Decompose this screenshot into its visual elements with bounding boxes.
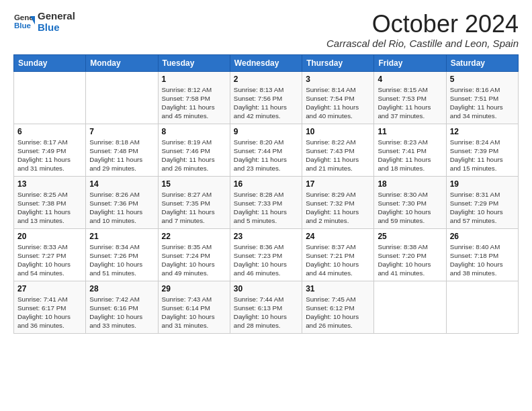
day-number: 20: [17, 232, 82, 241]
day-number: 24: [306, 232, 370, 241]
calendar-cell: 30Sunrise: 7:44 AM Sunset: 6:13 PM Dayli…: [230, 281, 302, 333]
calendar-cell: 4Sunrise: 8:15 AM Sunset: 7:53 PM Daylig…: [374, 71, 446, 124]
day-number: 26: [450, 232, 515, 241]
day-info: Sunrise: 8:14 AM Sunset: 7:54 PM Dayligh…: [306, 85, 370, 121]
day-info: Sunrise: 7:41 AM Sunset: 6:17 PM Dayligh…: [17, 295, 82, 330]
day-number: 13: [17, 179, 82, 189]
day-info: Sunrise: 8:30 AM Sunset: 7:30 PM Dayligh…: [378, 190, 442, 226]
day-number: 15: [162, 179, 226, 189]
col-header-tuesday: Tuesday: [158, 54, 230, 71]
day-number: 16: [234, 179, 298, 189]
day-info: Sunrise: 8:19 AM Sunset: 7:46 PM Dayligh…: [162, 138, 226, 173]
calendar-cell: 14Sunrise: 8:26 AM Sunset: 7:36 PM Dayli…: [86, 176, 158, 228]
day-info: Sunrise: 8:24 AM Sunset: 7:39 PM Dayligh…: [450, 138, 515, 173]
calendar-cell: 6Sunrise: 8:17 AM Sunset: 7:49 PM Daylig…: [14, 124, 86, 176]
day-number: 12: [450, 127, 515, 136]
day-number: 23: [234, 232, 298, 241]
calendar-cell: 3Sunrise: 8:14 AM Sunset: 7:54 PM Daylig…: [302, 71, 374, 124]
day-number: 25: [378, 232, 442, 241]
calendar-cell: 25Sunrise: 8:38 AM Sunset: 7:20 PM Dayli…: [374, 228, 446, 281]
day-number: 11: [378, 127, 442, 136]
day-info: Sunrise: 8:18 AM Sunset: 7:48 PM Dayligh…: [89, 138, 154, 173]
day-number: 5: [450, 75, 515, 84]
logo: General Blue General Blue: [13, 11, 75, 33]
day-info: Sunrise: 8:31 AM Sunset: 7:29 PM Dayligh…: [450, 190, 515, 226]
col-header-sunday: Sunday: [14, 54, 86, 71]
calendar-cell: 5Sunrise: 8:16 AM Sunset: 7:51 PM Daylig…: [446, 71, 518, 124]
day-info: Sunrise: 8:17 AM Sunset: 7:49 PM Dayligh…: [17, 138, 82, 173]
day-info: Sunrise: 8:33 AM Sunset: 7:27 PM Dayligh…: [17, 242, 82, 278]
logo-blue: Blue: [38, 22, 75, 34]
day-info: Sunrise: 8:35 AM Sunset: 7:24 PM Dayligh…: [162, 242, 226, 278]
day-number: 17: [306, 179, 370, 189]
calendar-week-4: 20Sunrise: 8:33 AM Sunset: 7:27 PM Dayli…: [14, 228, 519, 281]
day-number: 19: [450, 179, 515, 189]
day-info: Sunrise: 8:29 AM Sunset: 7:32 PM Dayligh…: [306, 190, 370, 226]
day-number: 8: [162, 127, 226, 136]
day-number: 10: [306, 127, 370, 136]
calendar-cell: 26Sunrise: 8:40 AM Sunset: 7:18 PM Dayli…: [446, 228, 518, 281]
calendar-cell: 9Sunrise: 8:20 AM Sunset: 7:44 PM Daylig…: [230, 124, 302, 176]
day-info: Sunrise: 8:12 AM Sunset: 7:58 PM Dayligh…: [162, 85, 226, 121]
day-number: 14: [89, 179, 154, 189]
logo-general: General: [38, 11, 75, 22]
calendar-cell: 22Sunrise: 8:35 AM Sunset: 7:24 PM Dayli…: [158, 228, 230, 281]
day-number: 28: [89, 284, 154, 293]
calendar-cell: 28Sunrise: 7:42 AM Sunset: 6:16 PM Dayli…: [86, 281, 158, 333]
calendar-cell: 12Sunrise: 8:24 AM Sunset: 7:39 PM Dayli…: [446, 124, 518, 176]
day-info: Sunrise: 7:44 AM Sunset: 6:13 PM Dayligh…: [234, 295, 298, 330]
calendar-cell: 10Sunrise: 8:22 AM Sunset: 7:43 PM Dayli…: [302, 124, 374, 176]
day-info: Sunrise: 8:28 AM Sunset: 7:33 PM Dayligh…: [234, 190, 298, 226]
calendar-cell: 13Sunrise: 8:25 AM Sunset: 7:38 PM Dayli…: [14, 176, 86, 228]
calendar-cell: 16Sunrise: 8:28 AM Sunset: 7:33 PM Dayli…: [230, 176, 302, 228]
day-info: Sunrise: 8:16 AM Sunset: 7:51 PM Dayligh…: [450, 85, 515, 121]
calendar-table: SundayMondayTuesdayWednesdayThursdayFrid…: [13, 54, 519, 334]
day-info: Sunrise: 8:27 AM Sunset: 7:35 PM Dayligh…: [162, 190, 226, 226]
calendar-cell: 29Sunrise: 7:43 AM Sunset: 6:14 PM Dayli…: [158, 281, 230, 333]
day-info: Sunrise: 8:20 AM Sunset: 7:44 PM Dayligh…: [234, 138, 298, 173]
day-number: 31: [306, 284, 370, 293]
day-number: 29: [162, 284, 226, 293]
day-number: 4: [378, 75, 442, 84]
calendar-cell: 7Sunrise: 8:18 AM Sunset: 7:48 PM Daylig…: [86, 124, 158, 176]
calendar-cell: 11Sunrise: 8:23 AM Sunset: 7:41 PM Dayli…: [374, 124, 446, 176]
day-number: 22: [162, 232, 226, 241]
day-number: 30: [234, 284, 298, 293]
col-header-monday: Monday: [86, 54, 158, 71]
col-header-friday: Friday: [374, 54, 446, 71]
calendar-cell: 20Sunrise: 8:33 AM Sunset: 7:27 PM Dayli…: [14, 228, 86, 281]
location-title: Carrascal del Rio, Castille and Leon, Sp…: [326, 38, 519, 49]
day-number: 2: [234, 75, 298, 84]
logo-icon: General Blue: [13, 11, 35, 33]
calendar-header-row: SundayMondayTuesdayWednesdayThursdayFrid…: [14, 54, 519, 71]
day-info: Sunrise: 8:36 AM Sunset: 7:23 PM Dayligh…: [234, 242, 298, 278]
page: General Blue General Blue October 2024 C…: [0, 0, 532, 411]
calendar-cell: 21Sunrise: 8:34 AM Sunset: 7:26 PM Dayli…: [86, 228, 158, 281]
day-info: Sunrise: 7:43 AM Sunset: 6:14 PM Dayligh…: [162, 295, 226, 330]
calendar-cell: 8Sunrise: 8:19 AM Sunset: 7:46 PM Daylig…: [158, 124, 230, 176]
calendar-cell: [86, 71, 158, 124]
day-number: 18: [378, 179, 442, 189]
day-number: 7: [89, 127, 154, 136]
col-header-wednesday: Wednesday: [230, 54, 302, 71]
calendar-cell: 15Sunrise: 8:27 AM Sunset: 7:35 PM Dayli…: [158, 176, 230, 228]
calendar-cell: 31Sunrise: 7:45 AM Sunset: 6:12 PM Dayli…: [302, 281, 374, 333]
calendar-cell: 27Sunrise: 7:41 AM Sunset: 6:17 PM Dayli…: [14, 281, 86, 333]
day-info: Sunrise: 8:23 AM Sunset: 7:41 PM Dayligh…: [378, 138, 442, 173]
calendar-cell: 19Sunrise: 8:31 AM Sunset: 7:29 PM Dayli…: [446, 176, 518, 228]
day-info: Sunrise: 7:42 AM Sunset: 6:16 PM Dayligh…: [89, 295, 154, 330]
calendar-cell: 17Sunrise: 8:29 AM Sunset: 7:32 PM Dayli…: [302, 176, 374, 228]
title-block: October 2024 Carrascal del Rio, Castille…: [326, 11, 519, 49]
col-header-saturday: Saturday: [446, 54, 518, 71]
calendar-cell: [446, 281, 518, 333]
calendar-cell: 2Sunrise: 8:13 AM Sunset: 7:56 PM Daylig…: [230, 71, 302, 124]
day-number: 9: [234, 127, 298, 136]
calendar-cell: [14, 71, 86, 124]
day-info: Sunrise: 8:26 AM Sunset: 7:36 PM Dayligh…: [89, 190, 154, 226]
header: General Blue General Blue October 2024 C…: [13, 11, 519, 49]
day-info: Sunrise: 8:34 AM Sunset: 7:26 PM Dayligh…: [89, 242, 154, 278]
svg-text:Blue: Blue: [14, 21, 32, 29]
calendar-week-1: 1Sunrise: 8:12 AM Sunset: 7:58 PM Daylig…: [14, 71, 519, 124]
calendar-cell: 23Sunrise: 8:36 AM Sunset: 7:23 PM Dayli…: [230, 228, 302, 281]
calendar-cell: 18Sunrise: 8:30 AM Sunset: 7:30 PM Dayli…: [374, 176, 446, 228]
